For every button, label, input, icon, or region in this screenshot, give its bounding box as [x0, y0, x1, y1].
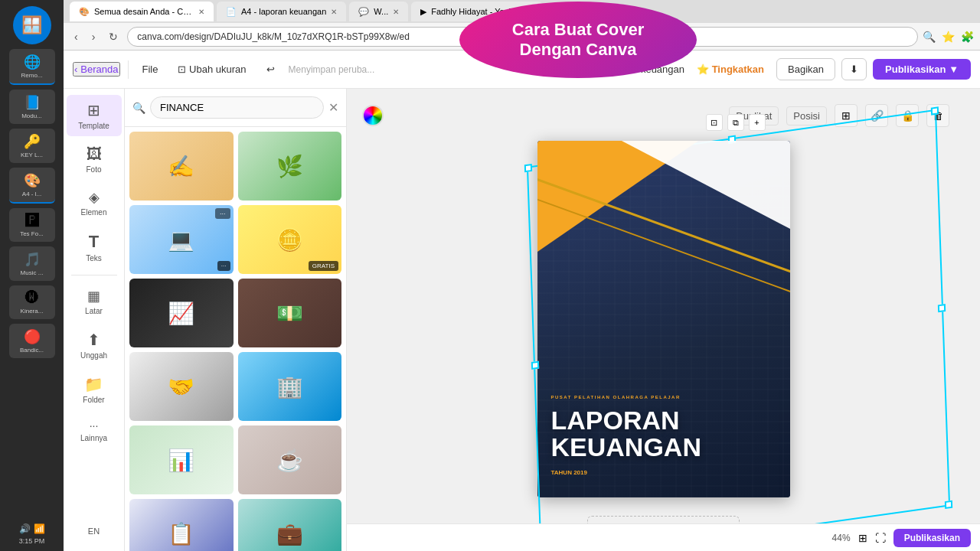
photo-item-4[interactable]: 🪙GRATIS — [238, 205, 342, 274]
back-button[interactable]: ‹ — [70, 28, 83, 46]
photo-preview: 🤝 — [129, 352, 234, 421]
network-icon[interactable]: 📶 — [34, 523, 45, 534]
sidebar-item-template[interactable]: ⊞ Template — [67, 95, 122, 136]
browser-tab-laporan[interactable]: 📄 A4 - laporan keuangan ✕ — [217, 2, 346, 21]
tab-favicon-4: ▶ — [420, 7, 426, 17]
back-label: Beranda — [80, 64, 118, 75]
star-icon[interactable]: ⭐ — [942, 31, 955, 43]
publish-button[interactable]: Publikasikan ▼ — [873, 59, 971, 80]
key-taskbar-icon: 🔑 — [24, 133, 41, 150]
grid-toggle-button[interactable]: ⊞ — [858, 532, 867, 544]
taskbar-item-key[interactable]: 🔑 KEY L... — [9, 129, 55, 163]
delete-button[interactable]: 🗑 — [926, 104, 949, 127]
photo-item-12[interactable]: 💼 — [238, 499, 342, 551]
overlay-bubble-text: Cara Buat Cover Dengan Canva — [512, 20, 644, 60]
tab-close-2[interactable]: ✕ — [331, 8, 337, 16]
back-to-home-button[interactable]: ‹ Beranda — [73, 62, 120, 77]
photo-badge: GRATIS — [309, 261, 338, 271]
photo-item-10[interactable]: ☕ — [238, 425, 342, 494]
photo-item-9[interactable]: 📊 — [129, 425, 234, 494]
design-canvas[interactable]: PUSAT PELATIHAN OLAHRAGA PELAJAR LAPORAN… — [537, 141, 790, 497]
handle-mr[interactable] — [937, 304, 945, 312]
search-clear-button[interactable]: ✕ — [328, 100, 338, 115]
canvas-subtitle: PUSAT PELATIHAN OLAHRAGA PELAJAR — [551, 395, 782, 399]
photo-preview: 📋 — [129, 499, 234, 551]
browser-icons: 🔍 ⭐ 🧩 — [923, 31, 974, 43]
photo-more-button[interactable]: ··· — [215, 208, 230, 219]
taskbar-item-bandicam[interactable]: 🔴 Bandic... — [9, 324, 55, 358]
handle-br[interactable] — [944, 500, 952, 509]
photo-item-7[interactable]: 🤝 — [129, 352, 234, 421]
sidebar-bottom: EN — [85, 523, 103, 545]
upgrade-button[interactable]: ⭐ Tingkatkan — [691, 60, 770, 78]
search-icon: 🔍 — [132, 102, 145, 114]
lainnya-icon: ··· — [90, 419, 99, 432]
taskbar-item-music[interactable]: 🎵 Music ... — [9, 246, 55, 281]
taskbar-item-modul[interactable]: 📘 Modu... — [9, 90, 55, 124]
canva-taskbar-icon: 🎨 — [24, 172, 41, 189]
browser-tab-w[interactable]: 💬 W... ✕ — [349, 2, 408, 21]
photo-item-1[interactable]: ✍️ — [129, 132, 234, 201]
photo-item-3[interactable]: 💻······ — [129, 205, 234, 274]
search-input[interactable] — [150, 96, 324, 119]
link-button[interactable]: 🔗 — [865, 104, 888, 127]
tab-label-2: A4 - laporan keuangan — [241, 7, 326, 16]
sidebar-item-folder[interactable]: 📁 Folder — [67, 369, 122, 410]
overlay-bubble: Cara Buat Cover Dengan Canva — [459, 2, 697, 78]
bottom-publish-button[interactable]: Publikasikan — [893, 529, 971, 547]
latar-icon: ▦ — [87, 288, 100, 305]
volume-icon[interactable]: 🔊 — [19, 523, 31, 534]
download-button[interactable]: ⬇ — [841, 58, 867, 80]
photo-item-8[interactable]: 🏢 — [238, 352, 342, 421]
taskbar-item-kinera[interactable]: 🅦 Kinera... — [9, 285, 55, 319]
browser-tab-canva[interactable]: 🎨 Semua desain Anda - Canva ✕ — [70, 2, 214, 21]
undo-button[interactable]: ↩ — [260, 60, 281, 78]
color-palette-button[interactable] — [362, 105, 384, 126]
sidebar-item-elemen[interactable]: ◈ Elemen — [67, 183, 122, 223]
sidebar-item-teks[interactable]: T Teks — [67, 226, 122, 269]
search-browser-icon[interactable]: 🔍 — [923, 31, 936, 43]
canvas-area[interactable]: Duplikat Posisi ⊞ 🔗 🔒 🗑 — [347, 89, 980, 551]
canvas-text-content: PUSAT PELATIHAN OLAHRAGA PELAJAR LAPORAN… — [551, 395, 782, 476]
photo-item-11[interactable]: 📋 — [129, 499, 234, 551]
tab-favicon-2: 📄 — [226, 7, 237, 17]
start-button[interactable]: 🪟 — [13, 6, 51, 44]
tab-close-3[interactable]: ✕ — [393, 8, 399, 16]
refresh-button[interactable]: ↻ — [104, 28, 122, 46]
taskbar-item-canva[interactable]: 🎨 A4 - l... — [9, 168, 55, 204]
canvas-title-line2: KEUANGAN — [551, 434, 782, 461]
taskbar-label-bandicam: Bandic... — [11, 347, 54, 354]
duplicate-button[interactable]: Duplikat — [729, 106, 779, 126]
file-menu-button[interactable]: File — [136, 60, 165, 78]
position-button[interactable]: Posisi — [786, 106, 827, 126]
sidebar-item-foto[interactable]: 🖼 Foto — [67, 139, 122, 180]
handle-tl[interactable] — [524, 164, 531, 172]
forward-button[interactable]: › — [87, 28, 100, 46]
photo-item-2[interactable]: 🌿 — [238, 132, 342, 201]
tab-close-1[interactable]: ✕ — [198, 8, 204, 16]
system-tray: 🔊 📶 3:15 PM — [19, 523, 45, 545]
taskbar-item-browser[interactable]: 🌐 Remo... — [9, 49, 55, 85]
template-label: Template — [78, 122, 109, 130]
sidebar-item-latar[interactable]: ▦ Latar — [67, 282, 122, 321]
resize-icon: ⊡ — [178, 64, 186, 75]
canvas-year: TAHUN 2019 — [551, 469, 782, 476]
share-button[interactable]: Bagikan — [776, 58, 835, 80]
tes-taskbar-icon: 🅿 — [25, 213, 39, 229]
photo-item-6[interactable]: 💵 — [238, 279, 342, 347]
taskbar-label-canva: A4 - l... — [11, 191, 54, 197]
photo-item-5[interactable]: 📈 — [129, 279, 234, 347]
sidebar-item-unggah[interactable]: ⬆ Unggah — [67, 324, 122, 366]
white-triangle — [622, 141, 790, 229]
resize-button[interactable]: ⊡ Ubah ukuran — [172, 60, 252, 78]
photo-preview: 🏢 — [238, 352, 342, 421]
grid-view-button[interactable]: ⊞ — [835, 104, 858, 127]
sidebar-item-lainnya[interactable]: ··· Lainnya — [67, 413, 122, 448]
photo-preview: 📊 — [129, 425, 234, 494]
language-selector[interactable]: EN — [85, 523, 103, 539]
lock-button[interactable]: 🔒 — [896, 104, 919, 127]
extension-icon[interactable]: 🧩 — [961, 31, 974, 43]
taskbar-item-tes[interactable]: 🅿 Tes Fo... — [9, 208, 55, 242]
photo-preview: ✍️ — [129, 132, 234, 201]
expand-button[interactable]: ⛶ — [875, 532, 886, 544]
